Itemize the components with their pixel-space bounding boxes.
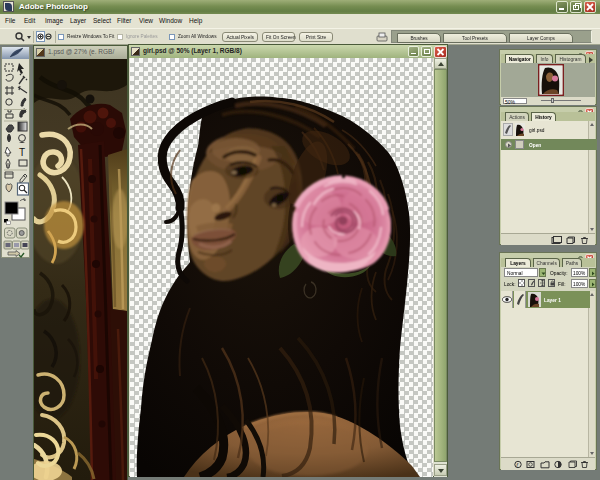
- svg-text:f: f: [516, 462, 519, 468]
- svg-text:T: T: [19, 147, 25, 158]
